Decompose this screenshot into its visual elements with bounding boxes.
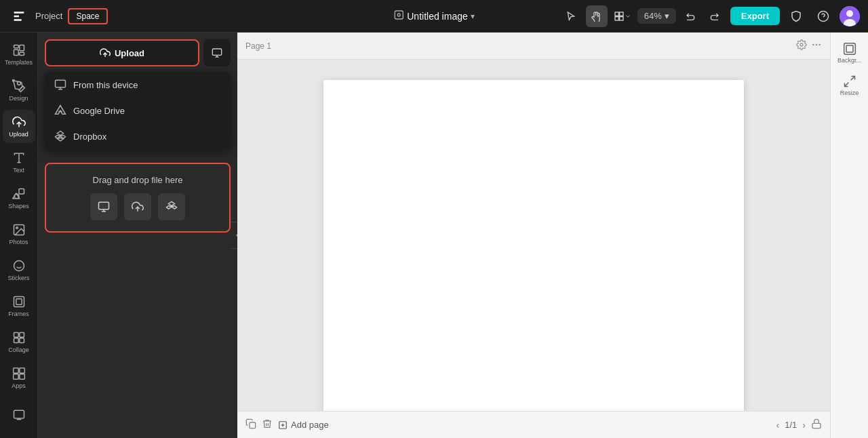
svg-point-53	[813, 44, 814, 45]
undo-button[interactable]	[680, 5, 702, 27]
svg-rect-60	[812, 423, 821, 428]
svg-rect-44	[56, 80, 66, 87]
drag-drop-icons	[90, 193, 185, 220]
svg-rect-30	[19, 333, 24, 338]
svg-point-1	[397, 14, 400, 16]
drag-icon-dropbox[interactable]	[158, 193, 185, 220]
sidebar-item-shapes[interactable]: Shapes	[3, 182, 35, 215]
upload-btn-row: Upload	[45, 39, 231, 66]
page-copy-button[interactable]	[245, 418, 256, 431]
sidebar-item-stickers-label: Stickers	[7, 275, 29, 281]
hand-tool-button[interactable]	[586, 5, 608, 27]
svg-rect-37	[14, 410, 24, 418]
svg-rect-36	[19, 374, 24, 380]
drag-icon-upload[interactable]	[124, 193, 151, 220]
drag-drop-area: Drag and drop file here	[45, 163, 231, 233]
sidebar-item-frames[interactable]: Frames	[3, 290, 35, 323]
svg-line-63	[850, 77, 854, 81]
svg-rect-35	[13, 374, 18, 380]
sidebar-item-photos[interactable]: Photos	[3, 218, 35, 251]
svg-rect-33	[13, 368, 18, 374]
dropdown-item-dropbox[interactable]: Dropbox	[45, 123, 231, 149]
right-panel-resize-label: Resize	[840, 89, 859, 96]
right-panel: Backgr... Resize	[830, 33, 868, 438]
page-nav: ‹ 1/1 ›	[776, 418, 822, 431]
canvas-more-icon[interactable]	[811, 39, 822, 52]
sidebar-item-upload[interactable]: Upload	[3, 110, 35, 143]
svg-point-54	[816, 44, 816, 45]
svg-rect-5	[619, 16, 623, 20]
sidebar-item-templates[interactable]: Templates	[3, 38, 35, 71]
canvas-viewport[interactable]	[237, 60, 830, 411]
dropdown-item-gdrive[interactable]: Google Drive	[45, 98, 231, 123]
avatar[interactable]	[840, 6, 860, 26]
redo-button[interactable]	[703, 5, 725, 27]
sidebar-bottom-icon[interactable]	[3, 397, 35, 433]
sidebar-item-collage[interactable]: Collage	[3, 325, 35, 359]
svg-point-52	[800, 43, 803, 46]
svg-rect-2	[615, 12, 618, 16]
svg-point-24	[14, 261, 24, 271]
svg-rect-32	[19, 338, 24, 343]
sidebar-item-design-label: Design	[9, 95, 28, 102]
add-page-label: Add page	[291, 420, 329, 430]
page-delete-button[interactable]	[262, 418, 273, 431]
svg-rect-61	[844, 43, 855, 55]
sidebar-item-upload-label: Upload	[9, 131, 28, 138]
svg-point-8	[846, 10, 853, 17]
sidebar-item-photos-label: Photos	[9, 239, 28, 245]
export-button[interactable]: Export	[730, 7, 780, 25]
title-chevron-icon[interactable]: ▾	[471, 12, 475, 21]
drag-icon-device[interactable]	[90, 193, 117, 220]
svg-rect-10	[14, 45, 18, 48]
space-button[interactable]: Space	[68, 8, 107, 24]
sidebar-item-stickers[interactable]: Stickers	[3, 254, 35, 287]
prev-page-button[interactable]: ‹	[776, 420, 780, 431]
sidebar-item-frames-label: Frames	[8, 311, 29, 317]
icon-sidebar: Templates Design Upload Text Shapes Phot…	[0, 33, 38, 438]
layout-button[interactable]	[612, 5, 633, 27]
svg-rect-0	[395, 11, 403, 19]
pointer-tool-button[interactable]	[560, 5, 582, 27]
right-panel-resize[interactable]: Resize	[833, 71, 867, 100]
upload-button[interactable]: Upload	[45, 39, 199, 66]
sidebar-item-apps-label: Apps	[12, 382, 26, 389]
dropdown-item-device[interactable]: From this device	[45, 72, 231, 98]
toolbar-controls: 64% ▾	[560, 5, 725, 27]
add-page-button[interactable]: Add page	[278, 420, 329, 430]
project-label[interactable]: Project	[35, 11, 62, 21]
sidebar-item-apps[interactable]: Apps	[3, 361, 35, 395]
svg-rect-62	[846, 45, 853, 52]
svg-rect-34	[19, 368, 24, 374]
sidebar-item-shapes-label: Shapes	[8, 203, 29, 210]
svg-rect-4	[615, 16, 618, 20]
document-title[interactable]: Untitled image	[407, 11, 468, 22]
help-icon[interactable]	[812, 5, 834, 27]
logo-icon[interactable]	[8, 5, 30, 27]
svg-rect-48	[99, 202, 109, 210]
svg-rect-3	[619, 12, 623, 16]
upload-panel: Upload From this device Google Drive Dro…	[38, 33, 237, 438]
sidebar-item-design[interactable]: Design	[3, 74, 35, 107]
canvas-settings-icon[interactable]	[796, 39, 807, 52]
svg-rect-20	[19, 189, 24, 195]
main-area: Templates Design Upload Text Shapes Phot…	[0, 33, 868, 438]
bottom-bar: Add page ‹ 1/1 ›	[237, 411, 830, 438]
canvas-toolbar: Page 1	[237, 33, 830, 60]
svg-rect-29	[14, 333, 18, 338]
svg-line-64	[844, 83, 848, 87]
lock-button[interactable]	[811, 418, 822, 431]
svg-rect-41	[212, 49, 221, 55]
next-page-button[interactable]: ›	[802, 420, 806, 431]
right-panel-background[interactable]: Backgr...	[833, 38, 867, 68]
dropdown-device-label: From this device	[73, 80, 138, 90]
shield-icon[interactable]	[785, 5, 807, 27]
document-title-area: Untitled image ▾	[393, 9, 475, 22]
sidebar-item-text-label: Text	[13, 167, 24, 174]
zoom-button[interactable]: 64% ▾	[637, 8, 676, 24]
dropdown-dropbox-label: Dropbox	[73, 132, 106, 142]
sidebar-item-text[interactable]: Text	[3, 146, 35, 179]
svg-point-23	[16, 227, 17, 229]
white-canvas	[323, 80, 744, 411]
upload-tab-button[interactable]	[203, 39, 231, 66]
